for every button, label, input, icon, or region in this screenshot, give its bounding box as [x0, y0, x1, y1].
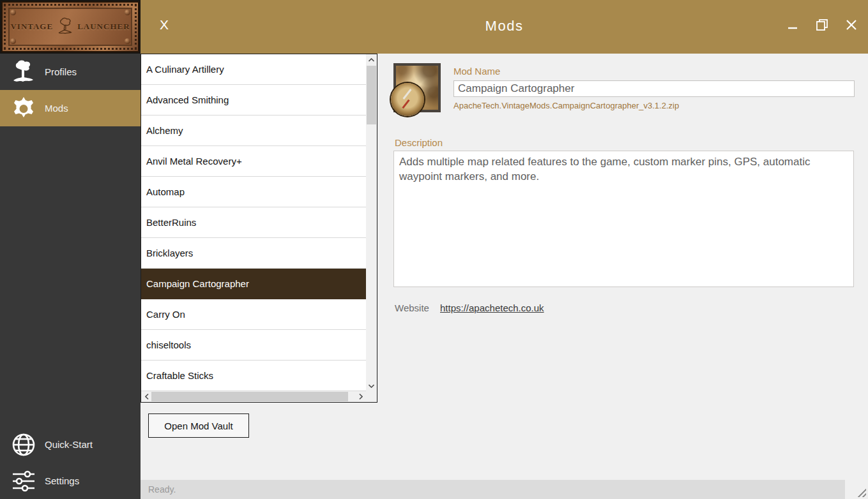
scroll-right-arrow-icon[interactable] [355, 391, 366, 402]
sidebar-item-label: Mods [45, 103, 68, 114]
mod-file-name: ApacheTech.VintageMods.CampaignCartograp… [453, 101, 679, 110]
description-label: Description [395, 137, 443, 148]
mod-list-item[interactable]: BetterRuins [141, 207, 366, 238]
horizontal-scroll-thumb[interactable] [151, 392, 348, 401]
mod-list-item[interactable]: Automap [141, 177, 366, 207]
restore-icon [815, 18, 829, 32]
sidebar-item-quick-start[interactable]: Quick-Start [0, 426, 141, 463]
mod-list-item[interactable]: chiseltools [141, 330, 366, 361]
list-footer-area: Open Mod Vault [141, 403, 377, 480]
sidebar-item-label: Profiles [45, 66, 77, 77]
restore-button[interactable] [811, 15, 834, 34]
close-icon [844, 18, 858, 32]
rivet-icon [10, 10, 16, 15]
sidebar-item-mods[interactable]: Mods [0, 90, 141, 126]
window-controls [781, 15, 863, 34]
sidebar-item-label: Quick-Start [45, 439, 93, 450]
rivet-icon [125, 38, 130, 44]
close-button[interactable] [840, 15, 863, 34]
rivet-icon [10, 38, 16, 44]
vertical-scrollbar[interactable] [366, 54, 377, 391]
mod-list-item[interactable]: Advanced Smithing [141, 85, 366, 115]
sidebar-item-settings[interactable]: Settings [0, 463, 141, 499]
mod-list: A Culinary Artillery Advanced Smithing A… [141, 54, 366, 391]
mod-list-item[interactable]: A Culinary Artillery [141, 54, 366, 85]
app-window: X Mods [0, 0, 868, 499]
page-title: Mods [141, 18, 868, 34]
logo-word-vintage: VINTAGE [10, 22, 53, 32]
scroll-down-arrow-icon[interactable] [366, 380, 377, 391]
status-bar-corner [845, 480, 868, 499]
sliders-icon [10, 468, 37, 495]
mod-list-item[interactable]: Craftable Sticks [141, 361, 366, 391]
compass-needle-north [402, 89, 411, 100]
mod-thumbnail [393, 63, 441, 112]
app-logo: VINTAGE LAUNCHER [0, 0, 141, 54]
tree-profiles-icon [10, 59, 37, 86]
rivet-icon [125, 10, 130, 15]
scroll-left-arrow-icon[interactable] [141, 391, 152, 402]
sidebar-item-label: Settings [45, 475, 79, 486]
mod-list-panel: A Culinary Artillery Advanced Smithing A… [141, 54, 377, 403]
minimize-button[interactable] [781, 15, 804, 34]
mod-list-item[interactable]: Carry On [141, 299, 366, 330]
logo-word-launcher: LAUNCHER [77, 22, 130, 32]
gear-icon [10, 95, 37, 122]
open-mod-vault-button[interactable]: Open Mod Vault [148, 413, 249, 438]
status-text: Ready. [148, 484, 176, 495]
compass-needle-south [402, 100, 409, 108]
resize-grip-icon[interactable] [856, 487, 866, 497]
description-textarea[interactable]: Adds multiple map related features to th… [393, 151, 854, 287]
mod-list-item-selected[interactable]: Campaign Cartographer [141, 269, 366, 299]
mod-name-input[interactable] [453, 80, 855, 97]
sidebar-bottom-group: Quick-Start Settings [0, 426, 141, 499]
vertical-scroll-thumb[interactable] [367, 66, 376, 124]
mod-list-item[interactable]: Bricklayers [141, 238, 366, 269]
scroll-up-arrow-icon[interactable] [366, 54, 377, 65]
sidebar: Profiles Mods [0, 54, 141, 499]
website-label: Website [395, 302, 429, 313]
mod-name-label: Mod Name [453, 66, 500, 77]
logo-plaque: VINTAGE LAUNCHER [1, 1, 139, 52]
logo-inner-panel: VINTAGE LAUNCHER [8, 8, 132, 46]
website-link[interactable]: https://apachetech.co.uk [440, 302, 544, 313]
tree-engraving-icon [57, 17, 73, 36]
globe-icon [10, 431, 37, 458]
scrollbar-corner [366, 391, 377, 402]
sidebar-item-profiles[interactable]: Profiles [0, 54, 141, 90]
mod-list-item[interactable]: Anvil Metal Recovery+ [141, 146, 366, 177]
minimize-icon [786, 18, 800, 32]
mod-list-item[interactable]: Alchemy [141, 115, 366, 146]
compass-icon [391, 83, 424, 116]
horizontal-scrollbar[interactable] [141, 391, 366, 402]
mod-details-panel: Mod Name ApacheTech.VintageMods.Campaign… [377, 54, 868, 480]
status-bar: Ready. [141, 480, 845, 499]
